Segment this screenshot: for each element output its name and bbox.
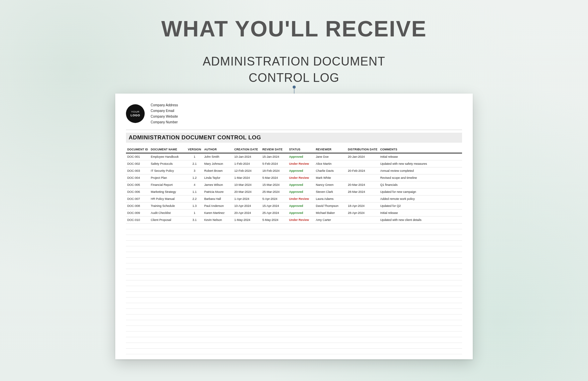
col-review-date: REVIEW DATE <box>261 146 288 153</box>
empty-row <box>126 314 462 320</box>
cell-comments: Updated for Q2 <box>379 203 462 210</box>
empty-row <box>126 263 462 269</box>
cell-reviewer: Nancy Green <box>314 181 346 188</box>
cell-author: Karen Martinez <box>203 210 233 217</box>
cell-review-date: 5-Apr-2024 <box>261 196 288 203</box>
empty-row <box>126 275 462 280</box>
cell-comments: Revised scope and timeline <box>379 174 462 181</box>
col-document-id: DOCUMENT ID <box>126 146 149 153</box>
table-row: DOC-004Project Plan1.2Linda Taylor1-Mar-… <box>126 174 462 181</box>
cell-status: Under Review <box>288 174 314 181</box>
table-row: DOC-007HR Policy Manual2.2Barbara Hall1-… <box>126 196 462 203</box>
cell-version: 3 <box>186 167 203 174</box>
cell-distribution-date: 28-Apr-2024 <box>346 210 379 217</box>
cell-document-id: DOC-003 <box>126 167 149 174</box>
cell-document-id: DOC-001 <box>126 153 149 160</box>
cell-status: Under Review <box>288 160 314 167</box>
cell-distribution-date: 20-Mar-2024 <box>346 181 379 188</box>
cell-review-date: 15-Apr-2024 <box>261 203 288 210</box>
cell-creation-date: 20-Mar-2024 <box>233 188 261 196</box>
page-subtitle: ADMINISTRATION DOCUMENT CONTROL LOG <box>0 53 588 86</box>
col-creation-date: CREATION DATE <box>233 146 261 153</box>
cell-version: 1 <box>186 153 203 160</box>
subtitle-line-1: ADMINISTRATION DOCUMENT <box>203 54 385 68</box>
cell-document-name: Employee Handbook <box>149 153 186 160</box>
company-info: Company Address Company Email Company We… <box>151 102 178 125</box>
cell-document-id: DOC-008 <box>126 203 149 210</box>
cell-version: 2.1 <box>186 160 203 167</box>
cell-document-id: DOC-006 <box>126 188 149 196</box>
empty-row <box>126 292 462 297</box>
cell-comments: Updated for new campaign <box>379 188 462 196</box>
cell-author: Barbara Hall <box>203 196 233 203</box>
empty-row <box>126 354 462 359</box>
cell-author: James Wilson <box>203 181 233 188</box>
company-address: Company Address <box>151 102 178 108</box>
cell-author: Paul Anderson <box>203 203 233 210</box>
col-status: STATUS <box>288 146 314 153</box>
cell-author: John Smith <box>203 153 233 160</box>
cell-creation-date: 10-Jan-2024 <box>233 153 261 160</box>
cell-review-date: 5-Feb-2024 <box>261 160 288 167</box>
cell-reviewer: Laura Adams <box>314 196 346 203</box>
cell-author: Kevin Nelson <box>203 217 233 224</box>
empty-row <box>126 269 462 275</box>
empty-row <box>126 320 462 326</box>
document-title: ADMINISTRATION DOCUMENT CONTROL LOG <box>126 133 462 143</box>
table-header-row: DOCUMENT ID DOCUMENT NAME VERSION AUTHOR… <box>126 146 462 153</box>
col-comments: COMMENTS <box>379 146 462 153</box>
cell-document-id: DOC-005 <box>126 181 149 188</box>
empty-row <box>126 337 462 343</box>
table-row: DOC-010Client Proposal3.1Kevin Nelson1-M… <box>126 217 462 224</box>
cell-creation-date: 1-Feb-2024 <box>233 160 261 167</box>
cell-review-date: 25-Mar-2024 <box>261 188 288 196</box>
cell-review-date: 15-Mar-2024 <box>261 181 288 188</box>
cell-reviewer: Michael Baker <box>314 210 346 217</box>
logo-top-text: YOUR <box>131 111 139 113</box>
cell-status: Approved <box>288 210 314 217</box>
page-heading: WHAT YOU'LL RECEIVE <box>0 16 588 41</box>
cell-document-name: Safety Protocols <box>149 160 186 167</box>
document-header: YOUR LOGO Company Address Company Email … <box>126 102 462 130</box>
cell-comments: Annual review completed <box>379 167 462 174</box>
cell-comments: Q1 financials <box>379 181 462 188</box>
company-number: Company Number <box>151 119 178 125</box>
logo-bottom-text: LOGO <box>131 114 140 117</box>
cell-version: 2.2 <box>186 196 203 203</box>
cell-review-date: 25-Apr-2024 <box>261 210 288 217</box>
cell-review-date: 5-Mar-2024 <box>261 174 288 181</box>
cell-review-date: 15-Jan-2024 <box>261 153 288 160</box>
cell-version: 3.1 <box>186 217 203 224</box>
table-row: DOC-002Safety Protocols2.1Mary Johnson1-… <box>126 160 462 167</box>
cell-document-id: DOC-004 <box>126 174 149 181</box>
cell-creation-date: 10-Apr-2024 <box>233 203 261 210</box>
empty-row <box>126 332 462 337</box>
cell-distribution-date <box>346 217 379 224</box>
cell-reviewer: David Thompson <box>314 203 346 210</box>
table-row: DOC-009Audit Checklist1Karen Martinez20-… <box>126 210 462 217</box>
cell-reviewer: Amy Carter <box>314 217 346 224</box>
cell-distribution-date <box>346 160 379 167</box>
cell-status: Under Review <box>288 217 314 224</box>
empty-row <box>126 241 462 246</box>
cell-review-date: 18-Feb-2024 <box>261 167 288 174</box>
cell-document-id: DOC-010 <box>126 217 149 224</box>
cell-document-name: HR Policy Manual <box>149 196 186 203</box>
table-row: DOC-001Employee Handbook1John Smith10-Ja… <box>126 153 462 160</box>
cell-status: Approved <box>288 153 314 160</box>
cell-document-name: Audit Checklist <box>149 210 186 217</box>
log-table: DOCUMENT ID DOCUMENT NAME VERSION AUTHOR… <box>126 146 462 224</box>
cell-distribution-date: 20-Jan-2024 <box>346 153 379 160</box>
cell-document-name: Project Plan <box>149 174 186 181</box>
empty-row <box>126 224 462 229</box>
cell-creation-date: 20-Apr-2024 <box>233 210 261 217</box>
cell-review-date: 5-May-2024 <box>261 217 288 224</box>
empty-grid-area <box>126 224 462 359</box>
cell-author: Linda Taylor <box>203 174 233 181</box>
cell-version: 1.3 <box>186 203 203 210</box>
cell-comments: Updated with new safety measures <box>379 160 462 167</box>
cell-distribution-date: 20-Feb-2024 <box>346 167 379 174</box>
cell-version: 1 <box>186 210 203 217</box>
cell-document-name: Training Schedule <box>149 203 186 210</box>
document-preview: YOUR LOGO Company Address Company Email … <box>115 94 473 359</box>
